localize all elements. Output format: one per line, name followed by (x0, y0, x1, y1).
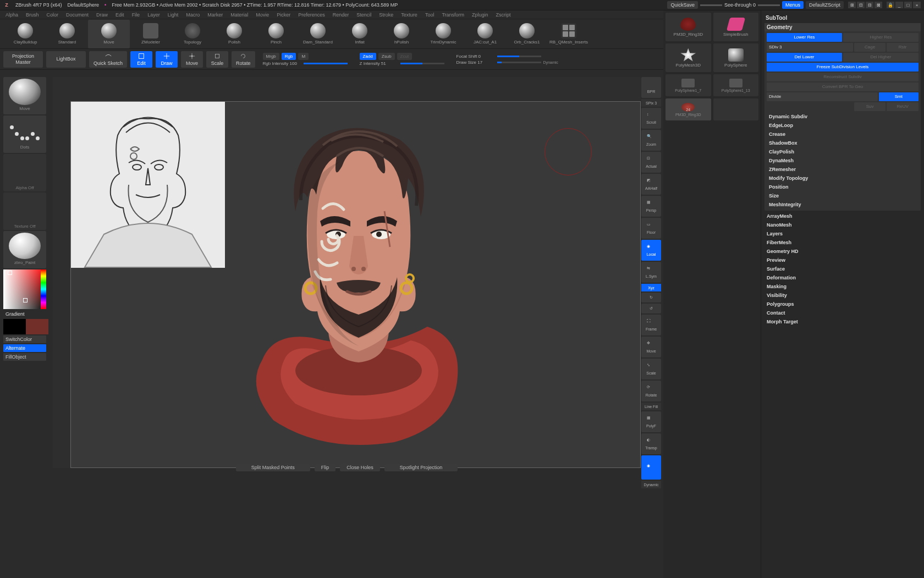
menu-marker[interactable]: Marker (207, 12, 223, 18)
panel-fibermesh[interactable]: FiberMesh (765, 238, 921, 247)
seethrough-label[interactable]: See-through 0 (724, 2, 756, 8)
section-modify-topology[interactable]: Modify Topology (767, 174, 919, 183)
reconstruct-subdiv-button[interactable]: Reconstruct Subdiv (767, 73, 919, 81)
draw-button[interactable]: Draw (156, 51, 178, 68)
brush-preview[interactable]: Move (3, 77, 46, 114)
panel-contact[interactable]: Contact (765, 309, 921, 317)
dynamic-label[interactable]: Dynamic (543, 60, 558, 64)
layout-btn-1[interactable]: ⊞ (848, 2, 856, 8)
brush-standard[interactable]: Standard (46, 20, 88, 48)
section-edgeloop[interactable]: EdgeLoop (767, 121, 919, 130)
rgb-button[interactable]: Rgb (282, 53, 296, 60)
zadd-button[interactable]: Zadd (360, 53, 376, 60)
z-intensity-slider[interactable] (400, 63, 444, 64)
viewport[interactable] (53, 77, 641, 468)
xyz-button[interactable]: Xyz (641, 284, 661, 291)
menu-zscript[interactable]: Zscript (496, 12, 511, 18)
transp-button[interactable]: ◐Transp (641, 433, 661, 454)
maximize-button[interactable]: □ (904, 2, 912, 8)
alpha-slot[interactable]: Alpha Off (3, 154, 46, 191)
del-lower-button[interactable]: Del Lower (767, 53, 842, 62)
menu-file[interactable]: File (132, 12, 140, 18)
menu-light[interactable]: Light (168, 12, 179, 18)
panel-nanomesh[interactable]: NanoMesh (765, 221, 921, 229)
tool-polysphere1-7[interactable]: PolySphere1_7 (666, 74, 711, 96)
bpr-button[interactable]: BPR (641, 77, 661, 98)
floor-button[interactable]: ▭Floor (641, 218, 661, 239)
tool-pm3d-ring-active[interactable]: 24PM3D_Ring3D (666, 98, 711, 120)
panel-layers[interactable]: Layers (765, 229, 921, 238)
subtool-header[interactable]: SubTool (765, 13, 921, 23)
quick-sketch-button[interactable]: Quick Sketch (89, 51, 127, 68)
menu-layer[interactable]: Layer (147, 12, 160, 18)
close-button[interactable]: × (913, 2, 921, 8)
menu-brush[interactable]: Brush (26, 12, 39, 18)
scale-button[interactable]: Scale (206, 51, 228, 68)
smt-button[interactable]: Smt (879, 92, 919, 101)
brush-pinch[interactable]: Pinch (255, 20, 297, 48)
panel-deformation[interactable]: Deformation (765, 273, 921, 282)
quicksave-slider[interactable] (700, 4, 722, 6)
del-higher-button[interactable]: Del Higher (843, 53, 919, 62)
tool-polysphere[interactable]: PolySphere (713, 43, 759, 72)
mrgb-button[interactable]: Mrgb (263, 53, 279, 60)
switch-color-button[interactable]: SwitchColor (3, 335, 46, 343)
section-position[interactable]: Position (767, 183, 919, 191)
rotate-nav-button[interactable]: ⟳Rotate (641, 381, 661, 401)
color-secondary[interactable] (26, 319, 48, 334)
brush-trimdynamic[interactable]: TrimDynamic (422, 20, 464, 48)
menu-material[interactable]: Material (230, 12, 248, 18)
m-button[interactable]: M (298, 53, 309, 60)
brush-hpolish[interactable]: hPolish (381, 20, 422, 48)
menu-texture[interactable]: Texture (401, 12, 417, 18)
alternate-button[interactable]: Alternate (3, 344, 46, 352)
brush-move[interactable]: Move (88, 20, 130, 48)
frame-button[interactable]: ⛶Frame (641, 315, 661, 335)
menu-macro[interactable]: Macro (186, 12, 200, 18)
menus-button[interactable]: Menus (782, 1, 804, 9)
axis-picker-2[interactable]: ↺ (641, 304, 661, 313)
draw-size-slider[interactable] (497, 62, 541, 63)
menu-preferences[interactable]: Preferences (298, 12, 325, 18)
panel-preview[interactable]: Preview (765, 256, 921, 265)
section-zremesher[interactable]: ZRemesher (767, 165, 919, 174)
freeze-subdiv-button[interactable]: Freeze SubDivision Levels (767, 63, 919, 71)
suv-button[interactable]: Suv (854, 102, 886, 111)
texture-slot[interactable]: Texture Off (3, 192, 46, 230)
rgb-intensity-label[interactable]: Rgb Intensity 100 (263, 61, 301, 66)
move-nav-button[interactable]: ✥Move (641, 337, 661, 357)
rgb-intensity-slider[interactable] (304, 63, 348, 64)
fill-object-button[interactable]: FillObject (3, 353, 46, 361)
menu-edit[interactable]: Edit (116, 12, 124, 18)
color-main[interactable] (3, 319, 26, 334)
lsym-button[interactable]: ⇋L.Sym (641, 262, 661, 283)
menu-stencil[interactable]: Stencil (356, 12, 371, 18)
panel-polygroups[interactable]: Polygroups (765, 300, 921, 309)
solo-button[interactable]: ◉ (641, 455, 661, 480)
section-shadowbox[interactable]: ShadowBox (767, 139, 919, 147)
section-meshintegrity[interactable]: MeshIntegrity (767, 200, 919, 209)
panel-surface[interactable]: Surface (765, 265, 921, 273)
menu-tool[interactable]: Tool (425, 12, 435, 18)
quicksave-button[interactable]: QuickSave (667, 1, 698, 9)
menu-render[interactable]: Render (333, 12, 349, 18)
geometry-header[interactable]: Geometry (765, 23, 921, 31)
panel-masking[interactable]: Masking (765, 282, 921, 291)
menu-document[interactable]: Document (66, 12, 89, 18)
layout-btn-3[interactable]: ⊟ (866, 2, 873, 8)
default-zscript-button[interactable]: DefaultZScript (806, 1, 844, 9)
brush-inflat[interactable]: Inflat (339, 20, 381, 48)
linefill-label[interactable]: Line Fill (641, 403, 661, 410)
menu-color[interactable]: Color (47, 12, 59, 18)
reuv-button[interactable]: ReUV (887, 102, 919, 111)
convert-bpr-button[interactable]: Convert BPR To Geo (767, 82, 919, 91)
brush-rb-qmesh[interactable]: RB_QMesh_Inserts (548, 20, 590, 48)
tool-empty-slot[interactable] (713, 98, 759, 120)
cage-button[interactable]: Cage (854, 43, 886, 52)
layout-btn-2[interactable]: ⊡ (857, 2, 865, 8)
higher-res-button[interactable]: Higher Res (843, 33, 919, 42)
polyf-button[interactable]: ▦PolyF (641, 411, 661, 432)
stroke-preview[interactable]: Dots (3, 115, 46, 153)
divide-button[interactable]: Divide (767, 92, 878, 101)
focal-shift-slider[interactable] (497, 56, 541, 57)
